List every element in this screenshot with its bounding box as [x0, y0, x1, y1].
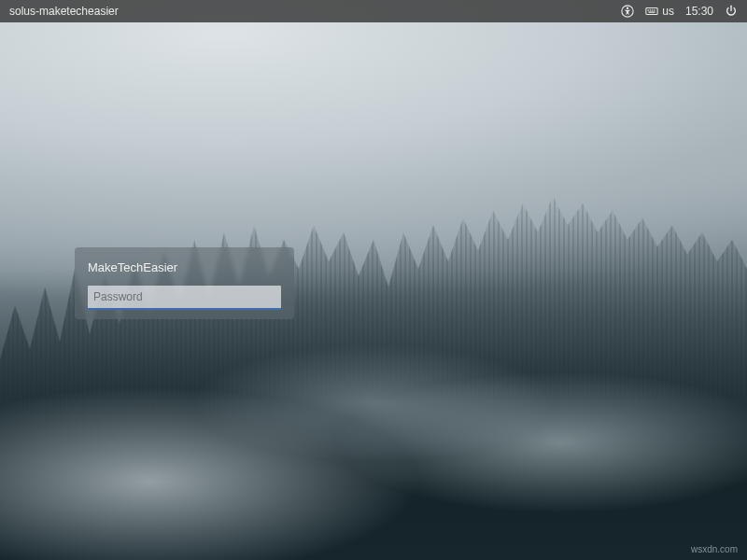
svg-point-1 — [627, 7, 628, 8]
keyboard-layout-label: us — [662, 5, 674, 18]
username-label: MakeTechEasier — [88, 260, 281, 274]
svg-rect-4 — [650, 9, 651, 10]
keyboard-layout-menu[interactable]: us — [645, 5, 674, 18]
hostname-label: solus-maketecheasier — [9, 5, 119, 18]
power-menu[interactable] — [725, 5, 738, 18]
password-input[interactable] — [88, 286, 281, 310]
accessibility-menu[interactable] — [621, 5, 634, 18]
clock[interactable]: 15:30 — [685, 5, 713, 18]
svg-rect-2 — [646, 8, 657, 15]
svg-rect-3 — [648, 9, 649, 10]
login-panel: MakeTechEasier — [75, 247, 294, 319]
power-icon — [725, 5, 738, 18]
top-panel: solus-maketecheasier us 15:30 — [0, 0, 747, 22]
svg-rect-7 — [649, 11, 655, 12]
svg-rect-5 — [652, 9, 653, 10]
svg-rect-6 — [654, 9, 655, 10]
watermark: wsxdn.com — [691, 544, 738, 554]
accessibility-icon — [621, 5, 634, 18]
keyboard-icon — [645, 5, 658, 18]
